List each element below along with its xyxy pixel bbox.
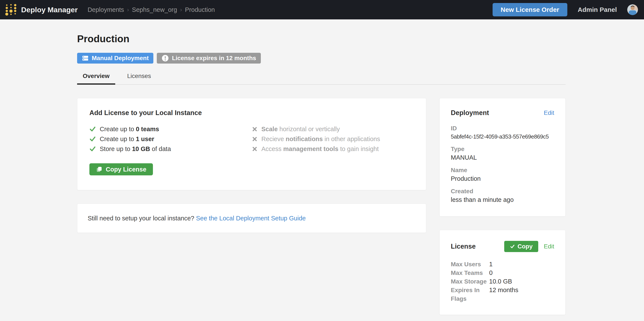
list-item: Recieve notifications in other applicati… [252, 134, 414, 144]
badge-row: Manual Deployment License expires in 12 … [77, 53, 566, 64]
manual-deployment-badge: Manual Deployment [77, 53, 153, 64]
x-icon [252, 136, 258, 142]
left-column: Add License to your Local Instance Creat… [77, 98, 426, 233]
main-content: Production Manual Deployment [0, 20, 644, 315]
app-title: Deploy Manager [21, 6, 78, 14]
license-row-expires-in: Expires In 12 months [451, 287, 554, 293]
check-icon [90, 146, 96, 152]
server-stack-icon [82, 55, 89, 62]
check-icon [90, 136, 96, 142]
license-row-flags: Flags [451, 296, 554, 302]
feature-list-included: Create up to 0 teams Create up to 1 user [90, 124, 252, 154]
deployment-card-title: Deployment [451, 109, 489, 117]
breadcrumb-production[interactable]: Production [185, 6, 215, 13]
license-card: License Copy Edit [440, 230, 566, 315]
exclamation-circle-icon [162, 54, 169, 62]
license-card-title: License [451, 242, 476, 250]
deployment-field-type: Type MANUAL [451, 146, 554, 161]
avatar-photo-icon [627, 4, 638, 15]
check-icon [90, 126, 96, 132]
new-license-order-button[interactable]: New License Order [492, 3, 568, 16]
deployment-card: Deployment Edit ID 5abfef4c-15f2-4059-a3… [440, 98, 566, 216]
copy-license-button[interactable]: Copy License [90, 163, 153, 175]
breadcrumb-separator: › [180, 6, 182, 13]
tab-licenses[interactable]: Licenses [122, 72, 157, 85]
list-item: Store up to 10 GB of data [90, 144, 252, 154]
breadcrumb-deployments[interactable]: Deployments [88, 6, 124, 13]
setup-guide-card: Still need to setup your local instance?… [77, 204, 426, 233]
page-title: Production [77, 33, 566, 45]
license-row-max-users: Max Users 1 [451, 261, 554, 267]
breadcrumb-separator: › [127, 6, 129, 13]
deployment-field-created: Created less than a minute ago [451, 188, 554, 203]
deployment-field-id: ID 5abfef4c-15f2-4059-a353-557e69e869c5 [451, 125, 554, 140]
license-edit-link[interactable]: Edit [544, 243, 554, 250]
license-row-max-storage: Max Storage 10.0 GB [451, 278, 554, 284]
setup-guide-link[interactable]: See the Local Deployment Setup Guide [196, 215, 306, 222]
add-license-card: Add License to your Local Instance Creat… [77, 98, 426, 190]
license-expiry-badge: License expires in 12 months [157, 53, 261, 64]
right-column: Deployment Edit ID 5abfef4c-15f2-4059-a3… [440, 98, 566, 315]
list-item: Scale horizontal or vertically [252, 124, 414, 134]
page: Deploy Manager Deployments › Sephs_new_o… [0, 0, 644, 321]
copy-icon [96, 166, 103, 173]
check-icon [510, 244, 515, 249]
breadcrumb-org[interactable]: Sephs_new_org [132, 6, 177, 13]
breadcrumb: Deployments › Sephs_new_org › Production [88, 6, 215, 13]
license-expiry-badge-label: License expires in 12 months [172, 55, 256, 62]
x-icon [252, 146, 258, 152]
license-row-max-teams: Max Teams 0 [451, 270, 554, 276]
user-avatar[interactable] [627, 4, 638, 15]
x-icon [252, 126, 258, 132]
list-item: Create up to 0 teams [90, 124, 252, 134]
manual-deployment-badge-label: Manual Deployment [92, 55, 148, 62]
deployment-edit-link[interactable]: Edit [544, 110, 554, 116]
top-navbar: Deploy Manager Deployments › Sephs_new_o… [0, 0, 644, 20]
add-license-card-title: Add License to your Local Instance [90, 109, 414, 117]
feature-lists: Create up to 0 teams Create up to 1 user [90, 124, 414, 154]
list-item: Create up to 1 user [90, 134, 252, 144]
deployment-field-name: Name Production [451, 167, 554, 182]
app-logo-icon [4, 3, 18, 16]
setup-guide-text: Still need to setup your local instance? [88, 215, 196, 222]
feature-list-excluded: Scale horizontal or vertically Recieve n… [252, 124, 414, 154]
admin-panel-link[interactable]: Admin Panel [578, 6, 617, 13]
tab-bar: Overview Licenses [77, 72, 566, 85]
tab-overview[interactable]: Overview [77, 72, 115, 85]
license-copy-button[interactable]: Copy [504, 241, 538, 252]
list-item: Access management tools to gain insight [252, 144, 414, 154]
